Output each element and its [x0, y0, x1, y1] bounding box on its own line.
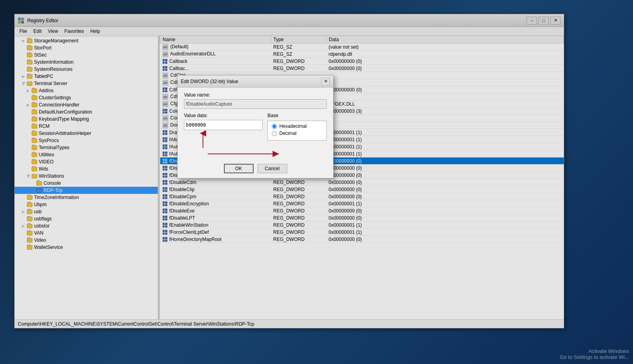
radio-group: Hexadecimal Decimal [267, 121, 327, 140]
dialog-close-button[interactable]: ✕ [321, 78, 330, 85]
value-name-label: Value name: [184, 92, 327, 98]
dialog-body: Value name: Value data: [178, 87, 333, 178]
dialog-buttons: OK Cancel [184, 164, 327, 173]
value-data-input[interactable] [184, 120, 263, 130]
ok-button[interactable]: OK [224, 164, 254, 173]
arrow-up-indicator [196, 130, 212, 150]
radio-hex-label: Hexadecimal [279, 123, 307, 129]
dialog-title-bar: Edit DWORD (32-bit) Value ✕ [178, 76, 333, 87]
edit-dword-dialog: Edit DWORD (32-bit) Value ✕ Value name: … [177, 75, 334, 178]
value-data-section: Value data: [184, 113, 263, 150]
radio-hexadecimal[interactable]: Hexadecimal [272, 123, 322, 129]
base-section: Base Hexadecimal Decimal [267, 113, 327, 150]
dialog-title: Edit DWORD (32-bit) Value [181, 79, 321, 84]
dialog-row: Value data: [184, 113, 327, 150]
radio-dec-input[interactable] [272, 131, 277, 136]
radio-hex-input[interactable] [272, 124, 277, 129]
radio-decimal[interactable]: Decimal [272, 131, 322, 136]
radio-dec-label: Decimal [279, 131, 296, 136]
base-label: Base [267, 113, 327, 118]
cancel-button[interactable]: Cancel [258, 164, 287, 173]
value-name-input [184, 99, 327, 109]
value-data-label: Value data: [184, 113, 263, 118]
modal-overlay: Edit DWORD (32-bit) Value ✕ Value name: … [0, 0, 633, 364]
arrow-right-indicator [208, 148, 287, 160]
